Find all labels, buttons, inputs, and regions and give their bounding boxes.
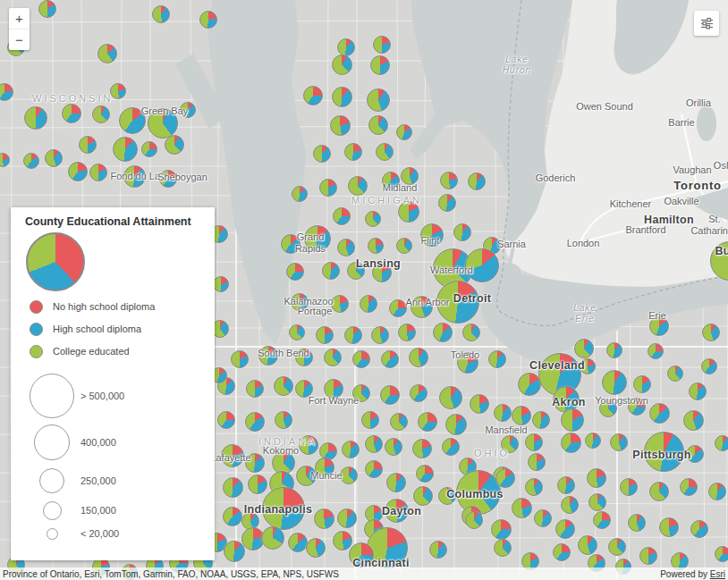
- county-pie[interactable]: [396, 238, 412, 254]
- county-pie[interactable]: [303, 86, 323, 105]
- county-pie[interactable]: [553, 543, 571, 561]
- county-pie[interactable]: [119, 107, 146, 134]
- county-pie[interactable]: [689, 382, 707, 400]
- county-pie[interactable]: [68, 162, 88, 181]
- county-pie[interactable]: [332, 55, 352, 75]
- county-pie[interactable]: [324, 379, 343, 399]
- county-pie[interactable]: [337, 509, 357, 528]
- county-pie[interactable]: [337, 239, 355, 256]
- county-pie[interactable]: [574, 339, 594, 358]
- county-pie[interactable]: [532, 411, 550, 429]
- county-pie[interactable]: [429, 541, 447, 559]
- county-pie[interactable]: [319, 179, 337, 197]
- county-pie[interactable]: [97, 44, 117, 63]
- county-pie[interactable]: [436, 281, 479, 324]
- county-pie[interactable]: [296, 466, 317, 486]
- county-pie[interactable]: [470, 394, 489, 414]
- county-pie[interactable]: [501, 435, 519, 453]
- county-pie[interactable]: [333, 531, 352, 551]
- county-pie[interactable]: [275, 411, 292, 429]
- county-pie[interactable]: [245, 412, 265, 432]
- county-pie[interactable]: [274, 376, 293, 396]
- county-pie[interactable]: [344, 326, 362, 344]
- county-pie[interactable]: [639, 547, 657, 565]
- county-pie[interactable]: [491, 519, 512, 540]
- county-pie[interactable]: [246, 380, 264, 398]
- county-pie[interactable]: [445, 414, 467, 435]
- county-pie[interactable]: [113, 137, 138, 162]
- county-pie[interactable]: [702, 324, 720, 341]
- county-pie[interactable]: [410, 384, 427, 402]
- county-pie[interactable]: [628, 398, 646, 416]
- county-pie[interactable]: [412, 439, 432, 458]
- county-pie[interactable]: [376, 143, 394, 161]
- zoom-out-button[interactable]: −: [9, 29, 30, 50]
- county-pie[interactable]: [385, 438, 402, 456]
- county-pie[interactable]: [141, 141, 157, 157]
- county-pie[interactable]: [495, 468, 515, 488]
- county-pie[interactable]: [413, 486, 433, 506]
- county-pie[interactable]: [213, 276, 229, 292]
- county-pie[interactable]: [316, 326, 334, 344]
- county-pie[interactable]: [24, 106, 47, 130]
- county-pie[interactable]: [373, 36, 391, 54]
- county-pie[interactable]: [289, 324, 305, 340]
- county-pie[interactable]: [223, 507, 242, 526]
- county-pie[interactable]: [593, 511, 611, 529]
- county-pie[interactable]: [92, 105, 110, 123]
- county-pie[interactable]: [649, 403, 670, 424]
- county-pie[interactable]: [701, 358, 717, 374]
- county-pie[interactable]: [396, 124, 412, 140]
- county-pie[interactable]: [110, 83, 126, 99]
- county-pie[interactable]: [340, 467, 358, 484]
- county-pie[interactable]: [62, 104, 81, 123]
- county-pie[interactable]: [561, 433, 581, 453]
- county-pie[interactable]: [409, 348, 428, 367]
- county-pie[interactable]: [306, 538, 326, 558]
- county-pie[interactable]: [38, 0, 56, 18]
- county-pie[interactable]: [528, 453, 546, 471]
- county-pie[interactable]: [465, 248, 499, 282]
- county-pie[interactable]: [245, 453, 265, 473]
- county-pie[interactable]: [606, 342, 622, 358]
- county-pie[interactable]: [385, 499, 409, 523]
- county-pie[interactable]: [610, 433, 628, 451]
- county-pie[interactable]: [488, 350, 506, 368]
- county-pie[interactable]: [371, 326, 389, 344]
- county-pie[interactable]: [352, 350, 370, 368]
- county-pie[interactable]: [292, 186, 308, 202]
- county-pie[interactable]: [380, 385, 400, 405]
- county-pie[interactable]: [381, 350, 399, 368]
- county-pie[interactable]: [494, 539, 512, 557]
- county-pie[interactable]: [152, 5, 170, 23]
- county-pie[interactable]: [337, 38, 355, 56]
- county-pie[interactable]: [370, 55, 390, 75]
- county-pie[interactable]: [262, 487, 305, 530]
- county-pie[interactable]: [411, 296, 433, 318]
- esri-link[interactable]: Esri: [710, 569, 725, 579]
- county-pie[interactable]: [659, 517, 679, 537]
- county-pie[interactable]: [588, 493, 606, 511]
- county-pie[interactable]: [534, 509, 552, 527]
- county-pie[interactable]: [438, 194, 456, 212]
- county-pie[interactable]: [286, 263, 304, 281]
- county-pie[interactable]: [79, 136, 97, 154]
- county-pie[interactable]: [348, 176, 368, 196]
- county-pie[interactable]: [578, 535, 597, 555]
- county-pie[interactable]: [686, 445, 704, 463]
- county-pie[interactable]: [223, 477, 243, 498]
- county-pie[interactable]: [368, 238, 384, 254]
- county-pie[interactable]: [649, 316, 669, 336]
- county-pie[interactable]: [561, 408, 584, 432]
- county-pie[interactable]: [365, 460, 383, 478]
- county-pie[interactable]: [667, 366, 683, 382]
- county-pie[interactable]: [295, 349, 313, 366]
- county-pie[interactable]: [199, 11, 217, 29]
- county-pie[interactable]: [231, 350, 249, 368]
- county-pie[interactable]: [314, 509, 334, 529]
- county-pie[interactable]: [288, 533, 308, 552]
- county-pie[interactable]: [382, 172, 400, 189]
- county-pie[interactable]: [494, 404, 512, 422]
- county-pie[interactable]: [580, 358, 596, 374]
- county-pie[interactable]: [347, 262, 365, 280]
